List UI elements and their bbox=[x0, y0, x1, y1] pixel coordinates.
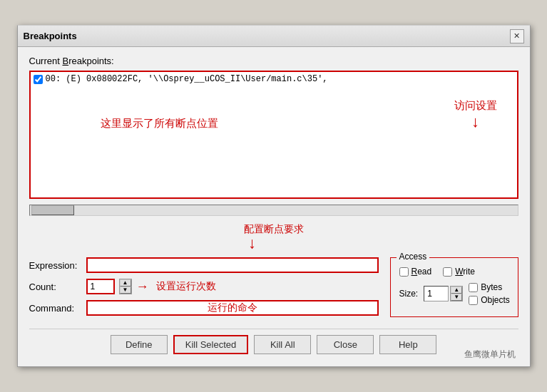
command-input-wrap: 运行的命令 bbox=[86, 300, 379, 316]
expression-input[interactable] bbox=[86, 257, 379, 273]
config-arrow-icon: ↑ bbox=[248, 236, 256, 254]
size-spinner-wrap: 1 ▲ ▼ bbox=[424, 286, 463, 301]
write-underline: W bbox=[455, 267, 463, 277]
breakpoints-dialog: Breakpoints ✕ Current Breakpoints: 00: (… bbox=[17, 25, 531, 367]
watermark-text: 鱼鹰微单片机 bbox=[464, 349, 516, 359]
expression-row: Expression: bbox=[29, 257, 379, 273]
config-annotation-text: 配置断点要求 bbox=[244, 223, 304, 234]
close-button[interactable]: ✕ bbox=[510, 29, 524, 43]
count-area: ▲ ▼ → 设置运行次数 bbox=[86, 279, 216, 294]
size-label: Size: bbox=[399, 289, 419, 299]
bytes-check-item: Bytes bbox=[469, 282, 510, 292]
breakpoint-checkbox[interactable] bbox=[34, 75, 43, 84]
window-title: Breakpoints bbox=[24, 31, 77, 41]
command-label: Command: bbox=[29, 303, 86, 314]
count-annotation-text: 设置运行次数 bbox=[156, 280, 216, 293]
count-input[interactable] bbox=[86, 279, 115, 294]
dialog-content: Current Breakpoints: 00: (E) 0x080022FC,… bbox=[18, 47, 530, 366]
button-row: Define Kill Selected Kill All Close Help bbox=[29, 329, 518, 354]
breakpoint-text: 00: (E) 0x080022FC, '\\Osprey__uCOS_II\U… bbox=[46, 74, 328, 84]
access-panel-title: Access bbox=[397, 252, 430, 262]
size-up-button[interactable]: ▲ bbox=[451, 287, 462, 294]
objects-checkbox[interactable] bbox=[469, 296, 478, 305]
scrollbar-thumb bbox=[31, 205, 74, 215]
define-button[interactable]: Define bbox=[111, 335, 168, 354]
count-spinner: ▲ ▼ bbox=[119, 279, 132, 294]
form-area: Expression: Count: ▲ ▼ → 设置运行次数 bbox=[29, 257, 518, 317]
title-bar: Breakpoints ✕ bbox=[18, 26, 530, 47]
size-down-button[interactable]: ▼ bbox=[451, 294, 462, 301]
horizontal-scrollbar[interactable] bbox=[29, 205, 518, 216]
access-panel: Access RReadead Write Size: 1 bbox=[390, 257, 518, 317]
size-area: Size: 1 ▲ ▼ Bytes bbox=[399, 282, 509, 305]
read-check-item: RReadead bbox=[399, 267, 432, 277]
breakpoints-list[interactable]: 00: (E) 0x080022FC, '\\Osprey__uCOS_II\U… bbox=[29, 71, 518, 199]
objects-label: Objects bbox=[481, 295, 510, 305]
form-left: Expression: Count: ▲ ▼ → 设置运行次数 bbox=[29, 257, 379, 317]
write-check-item: Write bbox=[443, 267, 475, 277]
count-arrow-icon: → bbox=[136, 279, 149, 294]
config-annotation-area: 配置断点要求 ↑ bbox=[29, 223, 518, 254]
read-underline: R bbox=[411, 267, 418, 277]
bytes-checkbox[interactable] bbox=[469, 283, 478, 292]
help-button[interactable]: Help bbox=[379, 335, 436, 354]
count-down-button[interactable]: ▼ bbox=[120, 287, 131, 294]
size-checks: Bytes Objects bbox=[469, 282, 510, 305]
access-checkboxes: RReadead Write bbox=[399, 267, 509, 277]
bytes-label: Bytes bbox=[481, 282, 502, 292]
read-checkbox[interactable] bbox=[399, 267, 409, 277]
close-dialog-button[interactable]: Close bbox=[317, 335, 374, 354]
kill-all-button[interactable]: Kill All bbox=[254, 335, 311, 354]
kill-selected-button[interactable]: Kill Selected bbox=[173, 335, 249, 354]
expression-label: Expression: bbox=[29, 260, 86, 271]
command-input[interactable] bbox=[86, 300, 379, 316]
breakpoint-item: 00: (E) 0x080022FC, '\\Osprey__uCOS_II\U… bbox=[31, 72, 517, 86]
write-label: Write bbox=[455, 267, 475, 277]
read-label: RReadead bbox=[411, 267, 432, 277]
objects-check-item: Objects bbox=[469, 295, 510, 305]
count-up-button[interactable]: ▲ bbox=[120, 279, 131, 287]
write-checkbox[interactable] bbox=[443, 267, 452, 277]
watermark: 鱼鹰微单片机 bbox=[464, 349, 516, 361]
breakpoints-section: 00: (E) 0x080022FC, '\\Osprey__uCOS_II\U… bbox=[29, 71, 518, 199]
count-label: Count: bbox=[29, 282, 86, 292]
label-text: Current Breakpoints: bbox=[29, 56, 114, 66]
command-row: Command: 运行的命令 bbox=[29, 300, 379, 316]
section-label: Current Breakpoints: bbox=[29, 56, 518, 66]
size-spinner[interactable]: 1 bbox=[424, 286, 449, 301]
count-row: Count: ▲ ▼ → 设置运行次数 bbox=[29, 279, 379, 294]
label-underline: B bbox=[62, 56, 68, 66]
size-spinner-arrows: ▲ ▼ bbox=[450, 286, 463, 301]
